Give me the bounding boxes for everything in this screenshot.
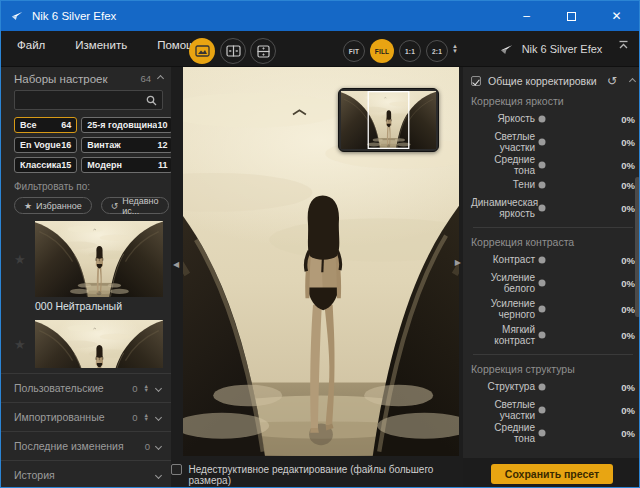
- nik-plane-icon: [498, 42, 515, 57]
- preset-item-neutral[interactable]: ★: [14, 221, 163, 297]
- collapse-left-panel-handle[interactable]: ◀: [173, 261, 179, 269]
- slider-thumb[interactable]: [539, 257, 546, 264]
- maximize-icon: [567, 12, 576, 21]
- image-preview[interactable]: [183, 67, 459, 456]
- section-recent-changes[interactable]: Последние изменения 0: [1, 431, 171, 460]
- split-vertical-icon: [226, 45, 241, 57]
- presets-collapse-icon[interactable]: [157, 75, 164, 82]
- slider-thumb[interactable]: [539, 407, 546, 414]
- presets-panel: Наборы настроек 64 Все64 25-я годовщина1…: [1, 67, 171, 488]
- save-preset-button[interactable]: Сохранить пресет: [491, 464, 613, 484]
- preset-item-next[interactable]: ★: [14, 320, 163, 368]
- reset-icon[interactable]: ↺: [607, 74, 617, 88]
- preset-search[interactable]: [14, 90, 163, 110]
- star-icon: ★: [24, 201, 32, 211]
- top-band: Файл Изменить Помощь: [1, 31, 639, 67]
- panel-footer: Сохранить пресет: [463, 458, 640, 488]
- split-horizontal-icon: [257, 45, 270, 58]
- reorder-spinner-icon[interactable]: ▲▼: [144, 413, 149, 422]
- zoom-fit-button[interactable]: FIT: [343, 40, 365, 62]
- slider-thumb[interactable]: [539, 182, 546, 189]
- global-adjustments-title: Общие корректировки: [488, 75, 600, 87]
- app-logo-icon: [10, 9, 24, 23]
- nondestructive-checkbox[interactable]: [171, 464, 182, 475]
- slider-thumb[interactable]: [539, 205, 546, 212]
- slider-thumb[interactable]: [539, 332, 546, 339]
- maximize-button[interactable]: [549, 1, 594, 31]
- slider-structure: Структура 0%: [471, 377, 635, 397]
- view-single-button[interactable]: [189, 38, 215, 64]
- slider-midtones: Средние тона 0%: [471, 155, 635, 175]
- collapse-right-panel-handle[interactable]: ▶: [455, 259, 461, 267]
- zoom-stepper[interactable]: ▲ ▼: [452, 44, 458, 54]
- chevron-down-icon[interactable]: [155, 471, 162, 478]
- slider-thumb[interactable]: [539, 280, 546, 287]
- title-bar: Nik 6 Silver Efex – ✕: [1, 1, 639, 31]
- favorite-star-icon[interactable]: ★: [14, 252, 26, 267]
- slider-thumb[interactable]: [539, 139, 546, 146]
- close-button[interactable]: ✕: [594, 1, 639, 31]
- chevron-down-icon[interactable]: [155, 413, 162, 420]
- preset-search-input[interactable]: [20, 94, 146, 107]
- chip-vintage[interactable]: Винтаж12: [81, 137, 171, 153]
- minimize-button[interactable]: –: [504, 1, 549, 31]
- slider-highlights: Светлые участки 0%: [471, 129, 635, 155]
- slider-amplify-blacks: Усиление черного 0%: [471, 296, 635, 322]
- menu-edit[interactable]: Изменить: [73, 36, 129, 54]
- preset-sections: Пользовательские 0 ▲▼ Импортированные 0 …: [1, 373, 171, 488]
- preset-thumbnail[interactable]: [35, 320, 163, 368]
- group-title-structure: Коррекция структуры: [471, 361, 635, 377]
- preview-area: ◀ ▶ Недеструктивное редактирование (файл…: [171, 67, 463, 488]
- nondestructive-label: Недеструктивное редактирование (файлы бо…: [189, 464, 463, 488]
- reorder-spinner-icon[interactable]: ▲▼: [144, 384, 149, 393]
- chip-all[interactable]: Все64: [14, 117, 77, 133]
- chip-classic[interactable]: Классика15: [14, 157, 77, 173]
- chip-25th-anniversary[interactable]: 25-я годовщина10: [81, 117, 171, 133]
- menu-bar: Файл Изменить Помощь: [15, 36, 204, 54]
- presets-count: 64: [140, 73, 151, 84]
- menu-file[interactable]: Файл: [15, 36, 47, 54]
- preview-bottom-bar: Недеструктивное редактирование (файлы бо…: [171, 456, 463, 488]
- slider-dynamic-brightness: Динамическая яркость 0%: [471, 195, 635, 221]
- app-window: Nik 6 Silver Efex – ✕ Файл Изменить Помо…: [0, 0, 640, 488]
- chevron-down-icon[interactable]: [155, 442, 162, 449]
- slider-thumb[interactable]: [539, 384, 546, 391]
- panel-scrollbar[interactable]: [635, 177, 640, 317]
- global-adjustments-checkbox[interactable]: [471, 76, 481, 86]
- adjustments-panel: Общие корректировки ↺ Коррекция яркости …: [463, 67, 640, 488]
- slider-thumb[interactable]: [539, 162, 546, 169]
- favorite-star-icon[interactable]: ★: [14, 337, 26, 352]
- view-split-horizontal-button[interactable]: [250, 38, 276, 64]
- zoom-2-1-button[interactable]: 2:1: [426, 40, 448, 62]
- slider-thumb[interactable]: [539, 306, 546, 313]
- slider-structure-highlights: Светлые участки 0%: [471, 397, 635, 423]
- slider-shadows: Тени 0%: [471, 175, 635, 195]
- navigator-overlay[interactable]: [338, 88, 439, 152]
- section-history[interactable]: История: [1, 460, 171, 488]
- zoom-fill-button[interactable]: FILL: [370, 39, 394, 63]
- view-split-vertical-button[interactable]: [220, 38, 246, 64]
- filter-by-label: Фильтровать по:: [14, 181, 163, 193]
- section-imported[interactable]: Импортированные 0 ▲▼: [1, 402, 171, 431]
- slider-thumb[interactable]: [539, 116, 546, 123]
- zoom-1-1-button[interactable]: 1:1: [399, 40, 421, 62]
- section-collapse-icon[interactable]: [629, 77, 636, 84]
- section-custom[interactable]: Пользовательские 0 ▲▼: [1, 373, 171, 402]
- slider-soft-contrast: Мягкий контраст 0%: [471, 322, 635, 348]
- right-panel-header: Nik 6 Silver Efex: [461, 35, 639, 63]
- group-title-contrast: Коррекция контраста: [471, 234, 635, 250]
- favorites-filter-button[interactable]: ★ Избранное: [14, 197, 92, 214]
- slider-brightness: Яркость 0%: [471, 109, 635, 129]
- right-panel-title: Nik 6 Silver Efex: [522, 43, 603, 55]
- stepper-down-icon: ▼: [452, 49, 458, 54]
- chevron-down-icon[interactable]: [155, 384, 162, 391]
- preset-category-chips: Все64 25-я годовщина10 En Vogue16 Винтаж…: [14, 117, 163, 173]
- collapse-panel-icon[interactable]: [618, 40, 629, 50]
- chip-modern[interactable]: Модерн11: [81, 157, 171, 173]
- slider-thumb[interactable]: [539, 430, 546, 437]
- content-area: Наборы настроек 64 Все64 25-я годовщина1…: [1, 67, 639, 488]
- preset-thumbnail[interactable]: [35, 221, 163, 297]
- chip-en-vogue[interactable]: En Vogue16: [14, 137, 77, 153]
- recently-used-filter-button[interactable]: ↺ Недавно ис...: [101, 197, 169, 214]
- presets-panel-title: Наборы настроек: [14, 73, 140, 85]
